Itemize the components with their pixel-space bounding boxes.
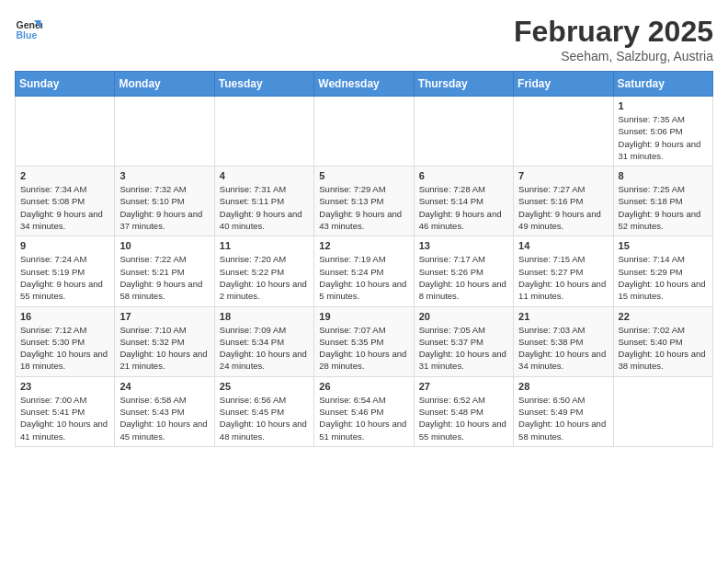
- calendar-cell: 8 Sunrise: 7:25 AM Sunset: 5:18 PM Dayli…: [613, 167, 712, 236]
- day-info: Sunrise: 7:15 AM Sunset: 5:27 PM Dayligh…: [518, 253, 608, 302]
- calendar-cell: 24 Sunrise: 6:58 AM Sunset: 5:43 PM Dayl…: [115, 376, 214, 446]
- calendar-cell: 15 Sunrise: 7:14 AM Sunset: 5:29 PM Dayl…: [613, 236, 712, 306]
- day-info: Sunrise: 7:00 AM Sunset: 5:41 PM Dayligh…: [20, 394, 109, 442]
- day-number: 17: [119, 311, 209, 322]
- calendar-cell: [613, 376, 712, 446]
- day-number: 16: [20, 311, 109, 322]
- calendar-cell: 21 Sunrise: 7:03 AM Sunset: 5:38 PM Dayl…: [514, 306, 613, 376]
- calendar-cell: 27 Sunrise: 6:52 AM Sunset: 5:48 PM Dayl…: [414, 376, 513, 446]
- calendar-cell: 11 Sunrise: 7:20 AM Sunset: 5:22 PM Dayl…: [214, 236, 313, 306]
- calendar-cell: 26 Sunrise: 6:54 AM Sunset: 5:46 PM Dayl…: [314, 376, 414, 446]
- day-info: Sunrise: 7:07 AM Sunset: 5:35 PM Dayligh…: [319, 324, 408, 373]
- calendar-cell: [214, 97, 313, 167]
- calendar-cell: 20 Sunrise: 7:05 AM Sunset: 5:37 PM Dayl…: [414, 306, 513, 376]
- day-info: Sunrise: 6:56 AM Sunset: 5:45 PM Dayligh…: [220, 394, 309, 442]
- calendar-cell: 9 Sunrise: 7:24 AM Sunset: 5:19 PM Dayli…: [16, 236, 115, 306]
- day-info: Sunrise: 7:27 AM Sunset: 5:16 PM Dayligh…: [518, 183, 608, 232]
- calendar-cell: 19 Sunrise: 7:07 AM Sunset: 5:35 PM Dayl…: [314, 306, 414, 376]
- day-number: 6: [419, 170, 508, 181]
- day-number: 15: [619, 240, 708, 251]
- calendar-week-row: 1 Sunrise: 7:35 AM Sunset: 5:06 PM Dayli…: [16, 97, 713, 167]
- weekday-header-wednesday: Wednesday: [314, 72, 414, 97]
- day-number: 14: [518, 240, 608, 251]
- calendar-cell: 17 Sunrise: 7:10 AM Sunset: 5:32 PM Dayl…: [115, 306, 214, 376]
- weekday-header-monday: Monday: [115, 72, 214, 97]
- day-info: Sunrise: 7:19 AM Sunset: 5:24 PM Dayligh…: [319, 253, 408, 302]
- title-block: February 2025 Seeham, Salzburg, Austria: [514, 15, 713, 63]
- day-info: Sunrise: 7:24 AM Sunset: 5:19 PM Dayligh…: [20, 253, 109, 302]
- svg-text:Blue: Blue: [17, 29, 38, 40]
- day-info: Sunrise: 7:22 AM Sunset: 5:21 PM Dayligh…: [119, 253, 209, 302]
- calendar-cell: 12 Sunrise: 7:19 AM Sunset: 5:24 PM Dayl…: [314, 236, 414, 306]
- calendar-cell: 5 Sunrise: 7:29 AM Sunset: 5:13 PM Dayli…: [314, 167, 414, 236]
- day-info: Sunrise: 7:29 AM Sunset: 5:13 PM Dayligh…: [319, 183, 408, 232]
- day-number: 1: [619, 100, 708, 111]
- page-header: General Blue February 2025 Seeham, Salzb…: [15, 15, 713, 63]
- day-info: Sunrise: 7:12 AM Sunset: 5:30 PM Dayligh…: [20, 324, 109, 373]
- day-number: 8: [619, 170, 708, 181]
- calendar-week-row: 23 Sunrise: 7:00 AM Sunset: 5:41 PM Dayl…: [16, 376, 713, 446]
- calendar-cell: 4 Sunrise: 7:31 AM Sunset: 5:11 PM Dayli…: [214, 167, 313, 236]
- weekday-header-friday: Friday: [514, 72, 613, 97]
- logo: General Blue: [15, 15, 42, 42]
- day-number: 22: [619, 311, 708, 322]
- calendar-cell: 2 Sunrise: 7:34 AM Sunset: 5:08 PM Dayli…: [16, 167, 115, 236]
- day-number: 20: [419, 311, 508, 322]
- day-info: Sunrise: 6:58 AM Sunset: 5:43 PM Dayligh…: [119, 394, 209, 442]
- day-number: 26: [319, 381, 408, 392]
- calendar-cell: 7 Sunrise: 7:27 AM Sunset: 5:16 PM Dayli…: [514, 167, 613, 236]
- calendar-week-row: 16 Sunrise: 7:12 AM Sunset: 5:30 PM Dayl…: [16, 306, 713, 376]
- weekday-header-saturday: Saturday: [613, 72, 712, 97]
- day-info: Sunrise: 7:09 AM Sunset: 5:34 PM Dayligh…: [220, 324, 309, 373]
- day-number: 13: [419, 240, 508, 251]
- day-number: 4: [220, 170, 309, 181]
- calendar-cell: [16, 97, 115, 167]
- day-info: Sunrise: 7:10 AM Sunset: 5:32 PM Dayligh…: [119, 324, 209, 373]
- calendar-cell: 16 Sunrise: 7:12 AM Sunset: 5:30 PM Dayl…: [16, 306, 115, 376]
- day-number: 21: [518, 311, 608, 322]
- day-number: 3: [119, 170, 209, 181]
- day-info: Sunrise: 7:28 AM Sunset: 5:14 PM Dayligh…: [419, 183, 508, 232]
- day-number: 28: [518, 381, 608, 392]
- logo-icon: General Blue: [15, 15, 42, 42]
- day-number: 9: [20, 240, 109, 251]
- calendar-cell: 1 Sunrise: 7:35 AM Sunset: 5:06 PM Dayli…: [613, 97, 712, 167]
- day-info: Sunrise: 7:02 AM Sunset: 5:40 PM Dayligh…: [619, 324, 708, 373]
- weekday-header-row: SundayMondayTuesdayWednesdayThursdayFrid…: [16, 72, 713, 97]
- day-info: Sunrise: 7:05 AM Sunset: 5:37 PM Dayligh…: [419, 324, 508, 373]
- day-info: Sunrise: 6:52 AM Sunset: 5:48 PM Dayligh…: [419, 394, 508, 442]
- calendar-cell: 6 Sunrise: 7:28 AM Sunset: 5:14 PM Dayli…: [414, 167, 513, 236]
- weekday-header-tuesday: Tuesday: [214, 72, 313, 97]
- calendar-cell: [115, 97, 214, 167]
- calendar-cell: 28 Sunrise: 6:50 AM Sunset: 5:49 PM Dayl…: [514, 376, 613, 446]
- calendar-cell: 22 Sunrise: 7:02 AM Sunset: 5:40 PM Dayl…: [613, 306, 712, 376]
- calendar-cell: 14 Sunrise: 7:15 AM Sunset: 5:27 PM Dayl…: [514, 236, 613, 306]
- day-number: 19: [319, 311, 408, 322]
- day-info: Sunrise: 7:32 AM Sunset: 5:10 PM Dayligh…: [119, 183, 209, 232]
- calendar-cell: 23 Sunrise: 7:00 AM Sunset: 5:41 PM Dayl…: [16, 376, 115, 446]
- day-number: 25: [220, 381, 309, 392]
- calendar-cell: 13 Sunrise: 7:17 AM Sunset: 5:26 PM Dayl…: [414, 236, 513, 306]
- day-info: Sunrise: 7:14 AM Sunset: 5:29 PM Dayligh…: [619, 253, 708, 302]
- calendar-cell: [414, 97, 513, 167]
- day-number: 24: [119, 381, 209, 392]
- calendar-title: February 2025: [514, 15, 713, 49]
- calendar-cell: 18 Sunrise: 7:09 AM Sunset: 5:34 PM Dayl…: [214, 306, 313, 376]
- day-info: Sunrise: 7:03 AM Sunset: 5:38 PM Dayligh…: [518, 324, 608, 373]
- calendar-table: SundayMondayTuesdayWednesdayThursdayFrid…: [15, 71, 713, 447]
- day-info: Sunrise: 7:31 AM Sunset: 5:11 PM Dayligh…: [220, 183, 309, 232]
- calendar-subtitle: Seeham, Salzburg, Austria: [514, 49, 713, 63]
- day-number: 10: [119, 240, 209, 251]
- day-info: Sunrise: 7:20 AM Sunset: 5:22 PM Dayligh…: [220, 253, 309, 302]
- day-info: Sunrise: 7:35 AM Sunset: 5:06 PM Dayligh…: [619, 113, 708, 162]
- day-info: Sunrise: 6:50 AM Sunset: 5:49 PM Dayligh…: [518, 394, 608, 442]
- calendar-week-row: 2 Sunrise: 7:34 AM Sunset: 5:08 PM Dayli…: [16, 167, 713, 236]
- day-number: 11: [220, 240, 309, 251]
- calendar-week-row: 9 Sunrise: 7:24 AM Sunset: 5:19 PM Dayli…: [16, 236, 713, 306]
- day-info: Sunrise: 7:25 AM Sunset: 5:18 PM Dayligh…: [619, 183, 708, 232]
- day-info: Sunrise: 7:34 AM Sunset: 5:08 PM Dayligh…: [20, 183, 109, 232]
- day-number: 7: [518, 170, 608, 181]
- day-number: 12: [319, 240, 408, 251]
- day-number: 18: [220, 311, 309, 322]
- calendar-cell: 10 Sunrise: 7:22 AM Sunset: 5:21 PM Dayl…: [115, 236, 214, 306]
